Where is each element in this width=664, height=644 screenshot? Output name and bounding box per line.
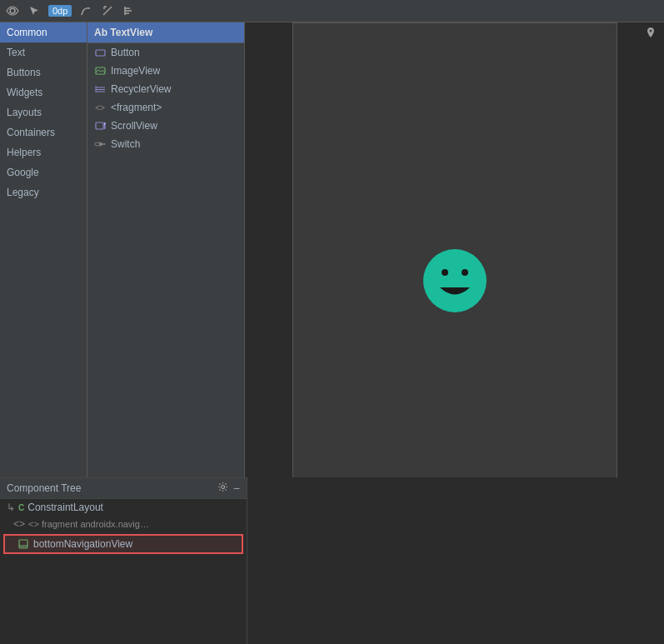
panel-icons: − <box>217 482 240 495</box>
svg-point-27 <box>21 547 22 548</box>
sidebar-item-common[interactable]: Common <box>0 22 87 42</box>
svg-point-21 <box>423 249 487 312</box>
svg-point-18 <box>99 142 102 146</box>
cursor-icon[interactable] <box>27 3 42 18</box>
settings-icon[interactable] <box>217 482 228 495</box>
palette-header: Ab TextView <box>87 22 244 43</box>
minimize-icon[interactable]: − <box>233 482 240 494</box>
tree-item-constraint-layout[interactable]: ↳ C ConstraintLayout <box>0 499 247 516</box>
palette-item-scrollview[interactable]: ScrollView <box>87 117 244 135</box>
sidebar-item-google[interactable]: Google <box>0 162 87 182</box>
sidebar-item-containers[interactable]: Containers <box>0 122 87 142</box>
component-palette: Ab TextView Button ImageView <box>87 22 245 477</box>
main-content: Common Text Buttons Widgets Layouts Cont… <box>0 22 664 477</box>
phone-canvas: 1 旋转 2 3 <box>292 22 617 477</box>
svg-point-22 <box>442 269 448 276</box>
sidebar-item-helpers[interactable]: Helpers <box>0 142 87 162</box>
dp-badge[interactable]: 0dp <box>48 5 72 17</box>
image-icon <box>94 65 106 77</box>
svg-rect-8 <box>96 50 105 56</box>
switch-icon <box>94 138 106 150</box>
svg-point-0 <box>10 8 15 13</box>
palette-item-switch[interactable]: Switch <box>87 135 244 153</box>
sidebar-item-legacy[interactable]: Legacy <box>0 182 87 202</box>
svg-point-24 <box>221 486 224 489</box>
path-icon[interactable] <box>78 3 93 18</box>
button-icon <box>94 47 106 58</box>
panel-header: Component Tree − <box>0 478 247 499</box>
smiley-face <box>422 247 488 314</box>
palette-item-imageview[interactable]: ImageView <box>87 62 244 80</box>
fragment-icon: <> <box>94 102 106 113</box>
recycler-icon <box>94 83 106 95</box>
palette-item-recyclerview[interactable]: RecyclerView <box>87 80 244 98</box>
panel-title: Component Tree <box>7 482 81 494</box>
palette-item-fragment[interactable]: <> <fragment> <box>87 98 244 117</box>
svg-rect-19 <box>103 143 106 145</box>
tree-item-fragment[interactable]: <> <> fragment androidx.navigation.frame… <box>0 516 247 532</box>
bottom-nav-view-icon <box>18 539 28 549</box>
top-toolbar: 0dp <box>0 0 664 22</box>
sidebar-item-widgets[interactable]: Widgets <box>0 82 87 102</box>
magic-icon[interactable] <box>100 3 115 18</box>
svg-point-28 <box>22 547 24 548</box>
svg-point-29 <box>25 547 27 548</box>
align-icon[interactable] <box>122 3 137 18</box>
sidebar-item-buttons[interactable]: Buttons <box>0 62 87 82</box>
bottom-right-panel <box>247 477 664 644</box>
design-area: 1 旋转 2 3 <box>245 22 664 477</box>
svg-point-23 <box>462 269 468 276</box>
left-sidebar: Common Text Buttons Widgets Layouts Cont… <box>0 22 87 477</box>
tree-item-bottom-nav-selected[interactable]: bottomNavigationView <box>3 534 243 554</box>
palette-item-button[interactable]: Button <box>87 43 244 62</box>
constraint-layout-icon: C <box>18 503 24 512</box>
sidebar-item-text[interactable]: Text <box>0 42 87 62</box>
svg-rect-14 <box>96 122 103 129</box>
canvas-container: 1 旋转 2 3 <box>245 22 664 477</box>
bottom-panel: Component Tree − ↳ C ConstraintLayout <>… <box>0 477 664 644</box>
component-tree-panel: Component Tree − ↳ C ConstraintLayout <>… <box>0 477 247 644</box>
eye-icon[interactable] <box>5 3 20 18</box>
scroll-icon <box>94 120 106 132</box>
sidebar-item-layouts[interactable]: Layouts <box>0 102 87 122</box>
svg-rect-16 <box>104 122 106 125</box>
